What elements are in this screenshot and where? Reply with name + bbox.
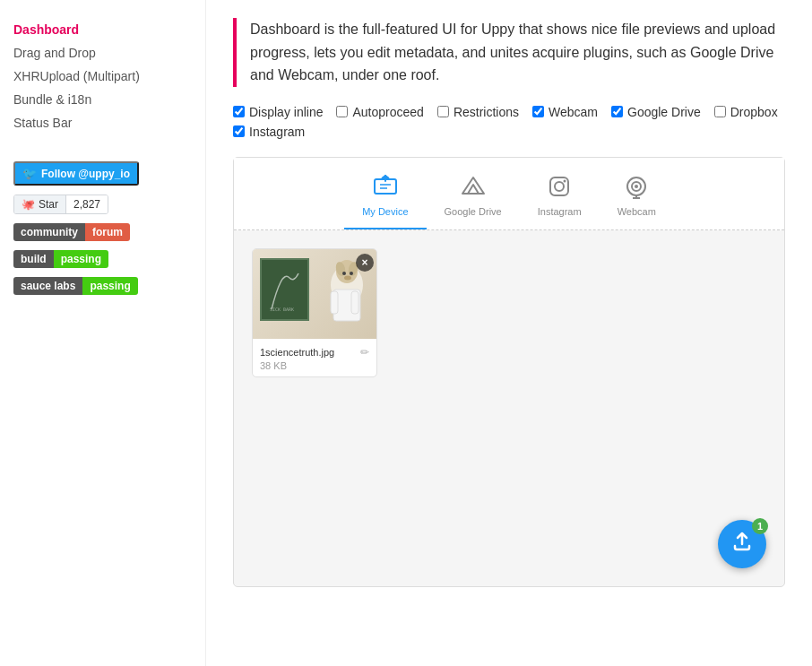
option-autoproceed-checkbox[interactable] xyxy=(336,106,348,117)
option-google-drive-checkbox[interactable] xyxy=(611,106,623,117)
sauce-status: passing xyxy=(82,277,137,295)
option-webcam-label: Webcam xyxy=(549,105,598,119)
community-badge-row: community forum xyxy=(13,223,192,241)
options-row: Display inline Autoproceed Restrictions … xyxy=(233,105,785,139)
github-star-label: 🐙 Star xyxy=(14,195,66,213)
sidebar-item-dashboard[interactable]: Dashboard xyxy=(13,18,192,41)
uppy-file-area: SICK BARK xyxy=(234,230,784,544)
sidebar-item-xhr[interactable]: XHRUpload (Multipart) xyxy=(13,65,192,88)
google-drive-icon xyxy=(461,174,486,203)
file-name-row: 1sciencetruth.jpg ✏ xyxy=(260,346,369,359)
svg-point-7 xyxy=(564,179,566,182)
sidebar-item-statusbar[interactable]: Status Bar xyxy=(13,111,192,134)
sidebar-badges: 🐦 Follow @uppy_io 🐙 Star 2,827 community… xyxy=(13,161,192,295)
option-instagram-label: Instagram xyxy=(249,125,305,139)
svg-rect-22 xyxy=(331,291,338,314)
option-restrictions-checkbox[interactable] xyxy=(437,106,449,117)
file-name: 1sciencetruth.jpg xyxy=(260,347,334,358)
description-text: Dashboard is the full-featured UI for Up… xyxy=(250,18,785,87)
option-instagram-checkbox[interactable] xyxy=(233,125,245,137)
build-status: passing xyxy=(54,250,108,268)
option-display-inline-checkbox[interactable] xyxy=(233,106,245,117)
option-webcam-checkbox[interactable] xyxy=(532,106,544,117)
upload-count-badge: 1 xyxy=(752,518,768,534)
forum-label: forum xyxy=(85,223,130,241)
svg-rect-23 xyxy=(351,291,358,314)
option-dropbox[interactable]: Dropbox xyxy=(714,105,778,119)
sauce-badge-row: sauce labs passing xyxy=(13,277,192,295)
twitter-follow-button[interactable]: 🐦 Follow @uppy_io xyxy=(13,161,139,186)
my-device-icon xyxy=(373,174,398,203)
build-badge[interactable]: build passing xyxy=(13,250,108,268)
upload-icon xyxy=(731,531,753,558)
github-star-button[interactable]: 🐙 Star 2,827 xyxy=(13,195,108,214)
uppy-dashboard: My Device Google Drive xyxy=(233,157,785,587)
svg-text:SICK BARK: SICK BARK xyxy=(270,307,294,312)
sauce-badge[interactable]: sauce labs passing xyxy=(13,277,138,295)
sidebar-item-drag-drop[interactable]: Drag and Drop xyxy=(13,41,192,65)
option-display-inline[interactable]: Display inline xyxy=(233,105,323,119)
sidebar: Dashboard Drag and Drop XHRUpload (Multi… xyxy=(0,0,206,666)
twitter-icon: 🐦 xyxy=(22,167,37,180)
sidebar-item-bundle[interactable]: Bundle & i18n xyxy=(13,88,192,111)
option-autoproceed-label: Autoproceed xyxy=(352,105,423,119)
svg-point-19 xyxy=(350,272,353,275)
svg-point-20 xyxy=(344,275,351,280)
tab-google-drive-label: Google Drive xyxy=(445,206,502,217)
uppy-tabs: My Device Google Drive xyxy=(234,158,784,230)
option-restrictions-label: Restrictions xyxy=(454,105,519,119)
svg-point-10 xyxy=(635,185,638,188)
svg-point-6 xyxy=(555,182,564,191)
upload-button[interactable]: 1 xyxy=(718,520,766,568)
sidebar-nav: Dashboard Drag and Drop XHRUpload (Multi… xyxy=(13,18,192,134)
file-remove-button[interactable]: × xyxy=(356,254,374,272)
option-dropbox-checkbox[interactable] xyxy=(714,106,726,117)
github-octocat-icon: 🐙 xyxy=(22,198,35,211)
twitter-label: Follow @uppy_io xyxy=(41,168,130,180)
tab-instagram-label: Instagram xyxy=(538,206,582,217)
option-autoproceed[interactable]: Autoproceed xyxy=(336,105,423,119)
main-content: Dashboard is the full-featured UI for Up… xyxy=(206,0,812,666)
upload-button-container: 1 xyxy=(718,520,766,568)
option-instagram[interactable]: Instagram xyxy=(233,125,305,139)
svg-marker-4 xyxy=(468,185,479,194)
option-google-drive-label: Google Drive xyxy=(627,105,701,119)
tab-webcam-label: Webcam xyxy=(618,206,656,217)
tab-my-device-label: My Device xyxy=(362,206,408,217)
github-star-count: 2,827 xyxy=(66,195,108,213)
build-label: build xyxy=(13,250,54,268)
twitter-badge-row: 🐦 Follow @uppy_io xyxy=(13,161,192,186)
option-google-drive[interactable]: Google Drive xyxy=(611,105,701,119)
svg-point-18 xyxy=(342,272,346,275)
file-card: SICK BARK xyxy=(252,248,377,377)
file-info: 1sciencetruth.jpg ✏ 38 KB xyxy=(253,339,376,376)
file-edit-icon[interactable]: ✏ xyxy=(360,346,369,359)
option-dropbox-label: Dropbox xyxy=(730,105,778,119)
chalkboard: SICK BARK xyxy=(260,258,309,321)
option-display-inline-label: Display inline xyxy=(249,105,323,119)
option-webcam[interactable]: Webcam xyxy=(532,105,598,119)
option-restrictions[interactable]: Restrictions xyxy=(437,105,519,119)
tab-my-device[interactable]: My Device xyxy=(344,167,426,229)
build-badge-row: build passing xyxy=(13,250,192,268)
community-label: community xyxy=(13,223,85,241)
file-thumbnail: SICK BARK xyxy=(253,249,377,339)
sauce-label: sauce labs xyxy=(13,277,82,295)
description-block: Dashboard is the full-featured UI for Up… xyxy=(233,18,785,87)
tab-webcam[interactable]: Webcam xyxy=(600,167,674,229)
app-layout: Dashboard Drag and Drop XHRUpload (Multi… xyxy=(0,0,812,666)
tab-instagram[interactable]: Instagram xyxy=(520,167,600,229)
chalkboard-text: SICK BARK xyxy=(267,264,303,316)
webcam-icon xyxy=(624,174,649,203)
file-size: 38 KB xyxy=(260,360,369,371)
community-badge[interactable]: community forum xyxy=(13,223,130,241)
tab-google-drive[interactable]: Google Drive xyxy=(427,167,520,229)
github-star-row: 🐙 Star 2,827 xyxy=(13,195,192,214)
instagram-icon xyxy=(547,174,572,203)
